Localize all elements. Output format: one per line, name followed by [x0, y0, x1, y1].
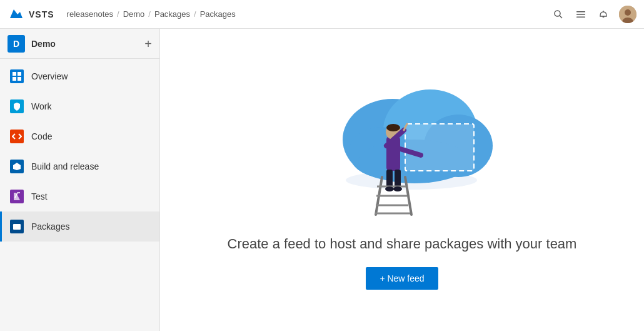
breadcrumb-item-2[interactable]: Demo	[123, 9, 145, 19]
test-icon	[10, 190, 24, 203]
packages-icon	[10, 220, 24, 233]
svg-rect-11	[13, 72, 16, 76]
new-feed-button[interactable]: + New feed	[366, 267, 438, 290]
breadcrumb-item-3[interactable]: Packages	[154, 9, 190, 19]
code-icon	[10, 130, 24, 143]
breadcrumb-sep-3: /	[194, 9, 196, 19]
sidebar-nav: Overview Work Code Build a	[0, 59, 159, 242]
main-layout: D Demo + Overview Work	[0, 29, 644, 331]
top-nav: VSTS releasenotes / Demo / Packages / Pa…	[0, 0, 644, 29]
sidebar-item-overview[interactable]: Overview	[0, 61, 159, 91]
project-selector[interactable]: D Demo	[8, 35, 56, 53]
tagline: Create a feed to host and share packages…	[228, 236, 577, 252]
main-content: Create a feed to host and share packages…	[160, 29, 644, 331]
svg-rect-4	[576, 14, 585, 15]
project-avatar: D	[8, 35, 25, 53]
sidebar: D Demo + Overview Work	[0, 29, 160, 331]
svg-point-1	[555, 11, 560, 16]
sidebar-item-build-label: Build and release	[31, 161, 99, 171]
svg-rect-14	[18, 77, 21, 81]
vsts-logo-icon	[8, 6, 25, 23]
sidebar-item-code[interactable]: Code	[0, 121, 159, 151]
breadcrumb-sep-1: /	[117, 9, 119, 19]
sidebar-item-build[interactable]: Build and release	[0, 151, 159, 181]
svg-rect-22	[405, 124, 474, 171]
svg-line-2	[560, 16, 562, 18]
svg-rect-12	[18, 72, 21, 76]
breadcrumb-sep-2: /	[148, 9, 151, 19]
sidebar-item-code-label: Code	[31, 131, 52, 141]
sidebar-item-packages-label: Packages	[31, 222, 69, 232]
svg-rect-15	[13, 224, 21, 230]
breadcrumb-item-1[interactable]: releasenotes	[67, 9, 113, 19]
search-icon[interactable]	[551, 8, 565, 21]
app-logo[interactable]: VSTS	[8, 6, 54, 23]
svg-rect-3	[576, 11, 585, 13]
svg-point-37	[385, 186, 394, 191]
svg-point-9	[625, 9, 631, 16]
sidebar-item-packages[interactable]: Packages	[0, 211, 159, 242]
breadcrumb: releasenotes / Demo / Packages / Package…	[67, 9, 551, 19]
packages-illustration	[289, 71, 515, 221]
user-avatar[interactable]	[619, 6, 636, 23]
sidebar-item-work[interactable]: Work	[0, 91, 159, 121]
project-name: Demo	[31, 39, 56, 49]
build-icon	[10, 160, 24, 173]
svg-rect-5	[576, 16, 585, 18]
sidebar-header: D Demo +	[0, 29, 159, 59]
notifications-icon[interactable]	[596, 8, 610, 21]
svg-point-25	[386, 124, 400, 131]
sidebar-item-overview-label: Overview	[31, 71, 68, 81]
sidebar-item-test-label: Test	[31, 191, 48, 201]
breadcrumb-item-4[interactable]: Packages	[200, 9, 236, 19]
sidebar-item-test[interactable]: Test	[0, 181, 159, 211]
add-project-button[interactable]: +	[144, 38, 152, 50]
app-name: VSTS	[29, 9, 54, 19]
work-icon	[10, 99, 24, 113]
svg-rect-6	[603, 16, 605, 18]
overview-icon	[10, 69, 24, 83]
svg-rect-13	[13, 77, 16, 81]
svg-point-38	[393, 186, 402, 191]
topnav-icons	[551, 6, 636, 23]
sidebar-item-work-label: Work	[31, 101, 51, 111]
settings-icon[interactable]	[574, 8, 588, 21]
